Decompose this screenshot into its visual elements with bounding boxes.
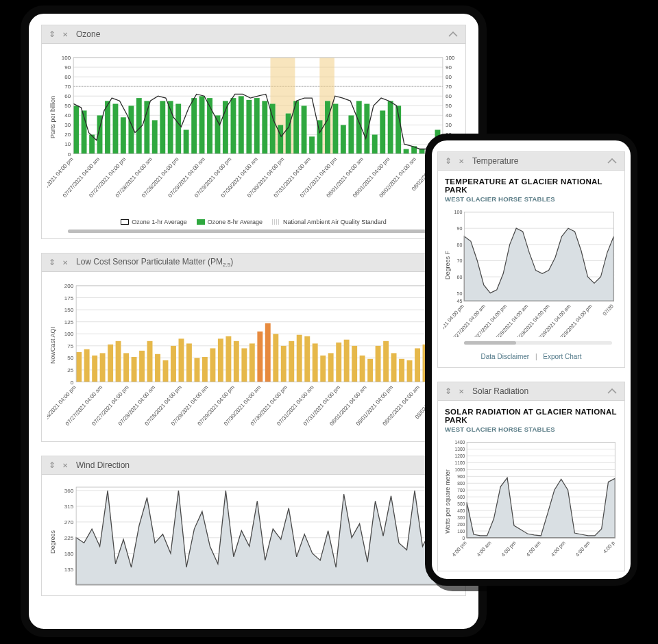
svg-rect-137 — [234, 341, 239, 382]
chart-temperature: 455060708090100021 04:00 pm7/27/2021 04:… — [443, 207, 619, 337]
svg-rect-159 — [407, 360, 413, 382]
collapse-icon[interactable] — [605, 156, 619, 166]
svg-text:90: 90 — [457, 226, 463, 232]
svg-rect-80 — [419, 149, 425, 153]
svg-text:1000: 1000 — [455, 467, 465, 472]
svg-rect-78 — [404, 149, 409, 153]
svg-text:90: 90 — [64, 64, 71, 71]
svg-text:125: 125 — [64, 319, 74, 325]
svg-text:50: 50 — [457, 291, 463, 297]
link-export[interactable]: Export Chart — [543, 353, 581, 360]
svg-text:1200: 1200 — [455, 454, 465, 458]
svg-rect-157 — [391, 354, 397, 382]
svg-rect-132 — [194, 358, 199, 382]
svg-rect-126 — [147, 341, 153, 382]
scrollbar[interactable] — [464, 341, 612, 345]
svg-rect-140 — [257, 332, 263, 382]
svg-rect-42 — [121, 117, 126, 153]
svg-rect-155 — [376, 346, 381, 382]
svg-text:500: 500 — [457, 501, 465, 506]
svg-rect-124 — [132, 357, 137, 382]
close-icon[interactable] — [57, 257, 69, 268]
svg-rect-57 — [239, 96, 244, 153]
svg-rect-141 — [265, 323, 271, 382]
svg-text:4:00 am: 4:00 am — [476, 539, 493, 557]
svg-rect-71 — [348, 115, 354, 153]
svg-text:150: 150 — [64, 307, 74, 313]
panel-solar: Solar Radiation SOLAR RADIATION AT GLACI… — [437, 382, 625, 572]
drag-icon[interactable] — [47, 460, 57, 471]
panel-temperature: Temperature TEMPERATURE AT GLACIER NATIO… — [437, 151, 625, 368]
svg-rect-135 — [218, 338, 223, 382]
svg-rect-158 — [399, 359, 404, 382]
card-footer: Data Disclaimer | Export Chart — [443, 353, 619, 360]
svg-rect-75 — [380, 110, 385, 153]
svg-text:270: 270 — [64, 519, 74, 525]
panel-wind: Wind Direction Degrees 13518022527031536… — [41, 456, 466, 597]
panel-temperature-body: TEMPERATURE AT GLACIER NATIONAL PARK WES… — [438, 171, 624, 367]
chart-legend: Ozone 1-hr Average Ozone 8-hr Average Na… — [47, 219, 460, 225]
link-disclaimer[interactable]: Data Disclaimer — [481, 353, 530, 360]
svg-rect-50 — [184, 129, 189, 153]
collapse-icon[interactable] — [605, 386, 619, 396]
svg-rect-69 — [332, 103, 338, 153]
svg-text:600: 600 — [457, 495, 465, 499]
panel-wind-header: Wind Direction — [42, 456, 465, 475]
svg-text:90: 90 — [446, 64, 452, 71]
svg-text:25: 25 — [67, 367, 73, 373]
svg-text:07/30: 07/30 — [602, 303, 615, 317]
svg-rect-150 — [336, 343, 341, 382]
svg-text:315: 315 — [64, 504, 74, 510]
close-icon[interactable] — [453, 156, 465, 166]
svg-rect-63 — [286, 114, 291, 154]
close-icon[interactable] — [453, 386, 465, 397]
chart-solar: 0100200300400500600700800900100011001200… — [443, 437, 619, 567]
svg-rect-149 — [328, 354, 334, 382]
svg-text:100: 100 — [446, 55, 455, 61]
svg-text:4:00 pm: 4:00 pm — [550, 539, 567, 557]
svg-rect-62 — [278, 125, 283, 153]
svg-text:30: 30 — [64, 122, 71, 128]
panel-solar-body: SOLAR RADIATION AT GLACIER NATIONAL PARK… — [438, 401, 624, 571]
svg-text:180: 180 — [64, 551, 74, 557]
svg-rect-129 — [171, 346, 176, 382]
drag-icon[interactable] — [47, 29, 57, 40]
scrollbar[interactable] — [68, 230, 453, 233]
svg-text:80: 80 — [457, 243, 463, 248]
svg-rect-152 — [352, 346, 357, 382]
svg-rect-154 — [367, 359, 373, 382]
svg-text:70: 70 — [446, 84, 452, 90]
svg-text:40: 40 — [64, 112, 71, 119]
svg-text:10: 10 — [64, 141, 71, 147]
svg-rect-118 — [84, 349, 90, 382]
card-subtitle: WEST GLACIER HORSE STABLES — [445, 425, 618, 433]
svg-text:1400: 1400 — [455, 440, 465, 445]
svg-rect-66 — [309, 136, 315, 153]
svg-text:4:00 am: 4:00 am — [574, 539, 592, 557]
svg-text:200: 200 — [457, 522, 465, 527]
svg-rect-148 — [320, 356, 326, 382]
y-axis-label: NowCast AQI — [49, 327, 56, 364]
drag-icon[interactable] — [47, 257, 57, 268]
drag-icon[interactable] — [443, 386, 453, 397]
panel-ozone: Ozone Parts per billion 0102030405060708… — [41, 25, 466, 239]
svg-rect-128 — [162, 360, 168, 382]
svg-text:60: 60 — [457, 275, 463, 280]
close-icon[interactable] — [57, 29, 69, 40]
svg-text:70: 70 — [457, 258, 463, 264]
svg-rect-51 — [191, 98, 197, 153]
tablet-device: Ozone Parts per billion 0102030405060708… — [21, 5, 487, 637]
panel-ozone-header: Ozone — [42, 25, 465, 44]
svg-text:100: 100 — [64, 331, 74, 337]
svg-rect-125 — [139, 351, 145, 382]
svg-rect-138 — [241, 348, 247, 382]
collapse-icon[interactable] — [446, 29, 460, 39]
card-title: SOLAR RADIATION AT GLACIER NATIONAL PARK — [445, 408, 618, 424]
svg-text:20: 20 — [64, 132, 71, 138]
panel-solar-header: Solar Radiation — [438, 382, 624, 401]
chart-ozone: 0102030405060708090100010203040506070809… — [47, 51, 460, 209]
close-icon[interactable] — [57, 460, 69, 471]
drag-icon[interactable] — [443, 156, 453, 166]
svg-text:80: 80 — [64, 74, 71, 80]
svg-text:30: 30 — [446, 122, 452, 128]
